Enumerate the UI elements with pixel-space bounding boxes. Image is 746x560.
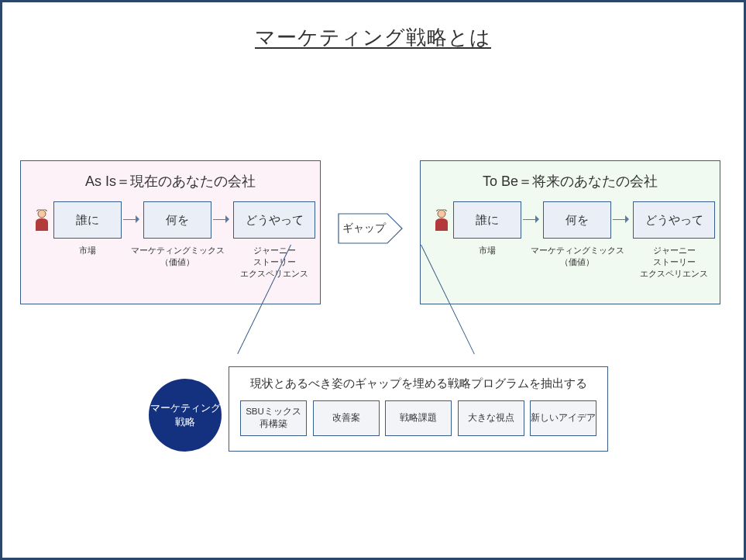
slide-title: マーケティング戦略とは — [2, 24, 744, 51]
strategy-box-0: SBUミックス再構築 — [240, 400, 307, 436]
arrow-right-icon — [611, 216, 633, 224]
svg-point-1 — [438, 210, 445, 218]
asis-step-how-caption: ジャーニーストーリーエクスペリエンス — [240, 245, 308, 280]
person-icon — [33, 209, 52, 231]
asis-heading: As Is＝現在のあなたの会社 — [30, 172, 311, 191]
arrow-right-icon — [521, 216, 543, 224]
strategy-panel: 現状とあるべき姿のギャップを埋める戦略プログラムを抽出する SBUミックス再構築… — [229, 366, 608, 452]
asis-step-how: どうやって ジャーニーストーリーエクスペリエンス — [233, 201, 315, 239]
asis-step-who: 誰に 市場 — [53, 201, 122, 239]
slide-canvas: マーケティング戦略とは As Is＝現在のあなたの会社 誰に 市場 何を マーケ… — [0, 0, 746, 560]
asis-step-what-caption: マーケティングミックス（価値） — [131, 245, 225, 268]
strategy-circle: マーケティング戦略 — [149, 379, 222, 452]
tobe-step-what: 何を マーケティングミックス（価値） — [543, 201, 611, 239]
tobe-step-how: どうやって ジャーニーストーリーエクスペリエンス — [633, 201, 715, 239]
person-icon — [433, 209, 452, 231]
tobe-step-what-box: 何を — [543, 201, 611, 239]
strategy-box-3: 大きな視点 — [458, 400, 524, 436]
strategy-boxes: SBUミックス再構築 改善案 戦略課題 大きな視点 新しいアイデア — [240, 400, 596, 436]
strategy-box-1: 改善案 — [313, 400, 380, 436]
gap-label: ギャップ — [338, 213, 390, 244]
tobe-heading: To Be＝将来のあなたの会社 — [430, 172, 710, 191]
asis-step-who-box: 誰に — [53, 201, 122, 239]
asis-panel: As Is＝現在のあなたの会社 誰に 市場 何を マーケティングミックス（価値） — [20, 160, 321, 304]
asis-step-what-box: 何を — [143, 201, 211, 239]
arrow-right-icon — [211, 216, 233, 224]
strategy-heading: 現状とあるべき姿のギャップを埋める戦略プログラムを抽出する — [240, 376, 596, 391]
tobe-step-who-caption: 市場 — [479, 245, 496, 256]
asis-step-who-caption: 市場 — [79, 245, 96, 256]
gap-shape: ギャップ — [338, 213, 403, 244]
asis-flow: 誰に 市場 何を マーケティングミックス（価値） どうやって ジャーニーストーリ… — [30, 201, 311, 239]
strategy-circle-label: マーケティング戦略 — [150, 401, 221, 429]
asis-step-what: 何を マーケティングミックス（価値） — [143, 201, 211, 239]
tobe-step-how-caption: ジャーニーストーリーエクスペリエンス — [640, 245, 708, 280]
tobe-panel: To Be＝将来のあなたの会社 誰に 市場 何を マーケティングミックス（価値） — [420, 160, 720, 304]
asis-step-how-box: どうやって — [233, 201, 315, 239]
svg-point-0 — [38, 210, 46, 218]
tobe-step-who-box: 誰に — [453, 201, 521, 239]
strategy-box-4: 新しいアイデア — [530, 400, 596, 436]
arrow-right-icon — [122, 216, 143, 224]
tobe-step-who: 誰に 市場 — [453, 201, 521, 239]
tobe-step-what-caption: マーケティングミックス（価値） — [531, 245, 624, 268]
strategy-box-2: 戦略課題 — [385, 400, 452, 436]
tobe-flow: 誰に 市場 何を マーケティングミックス（価値） どうやって ジャーニーストーリ… — [430, 201, 710, 239]
tobe-step-how-box: どうやって — [633, 201, 715, 239]
